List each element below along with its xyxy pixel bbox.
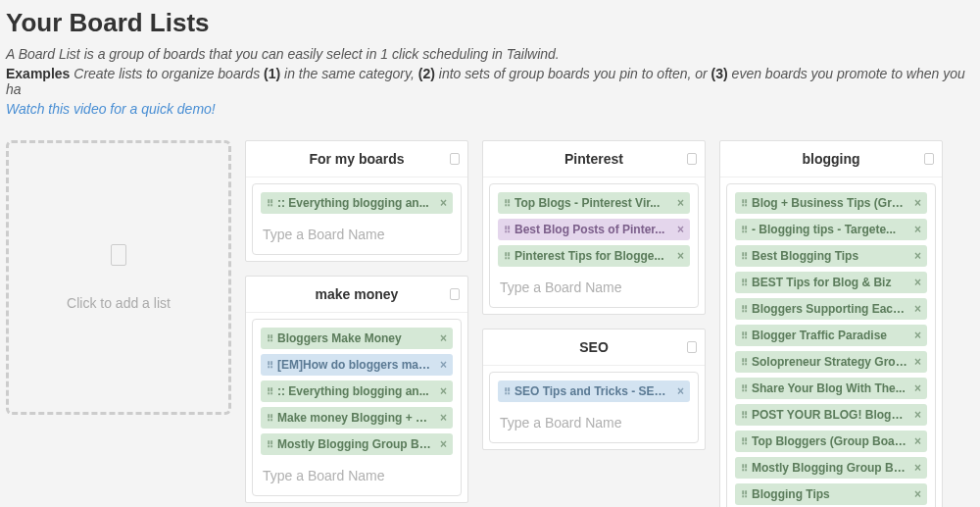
drag-handle-icon[interactable]: ⠿: [267, 439, 273, 450]
board-tag[interactable]: ⠿SEO Tips and Tricks - SEO...×: [498, 380, 690, 402]
drag-handle-icon[interactable]: ⠿: [741, 436, 748, 447]
board-tag[interactable]: ⠿Bloggers Make Money×: [261, 328, 453, 349]
intro-line-2: Examples Create lists to organize boards…: [6, 66, 974, 97]
board-tag[interactable]: ⠿Mostly Blogging Group Boa...×: [735, 457, 927, 479]
remove-tag-icon[interactable]: ×: [914, 355, 921, 369]
add-list-card[interactable]: Click to add a list: [6, 140, 231, 415]
intro-block: A Board List is a group of boards that y…: [6, 46, 974, 97]
remove-tag-icon[interactable]: ×: [440, 358, 447, 372]
list-column: Pinterest ⠿Top Blogs - Pinterest Vir...×…: [482, 140, 706, 450]
remove-tag-icon[interactable]: ×: [914, 461, 921, 475]
list-header: For my boards: [246, 141, 467, 177]
remove-tag-icon[interactable]: ×: [914, 249, 921, 263]
list-card-make-money: make money ⠿Bloggers Make Money× ⠿[EM]Ho…: [245, 276, 468, 503]
remove-tag-icon[interactable]: ×: [677, 249, 684, 263]
remove-tag-icon[interactable]: ×: [914, 223, 921, 236]
list-title: make money: [316, 286, 399, 302]
board-tag-label: Blogging Tips: [752, 487, 908, 501]
board-tag[interactable]: ⠿- Blogging tips - Targete...×: [735, 219, 927, 240]
remove-tag-icon[interactable]: ×: [914, 408, 921, 422]
list-menu-icon[interactable]: [450, 288, 460, 300]
list-menu-icon[interactable]: [924, 153, 934, 165]
board-name-input[interactable]: [498, 407, 690, 434]
board-tag[interactable]: ⠿Share Your Blog With The...×: [735, 378, 927, 399]
list-card-pinterest: Pinterest ⠿Top Blogs - Pinterest Vir...×…: [482, 140, 706, 315]
board-tag[interactable]: ⠿Top Bloggers (Group Board...×: [735, 431, 927, 452]
drag-handle-icon[interactable]: ⠿: [741, 225, 748, 235]
board-tag[interactable]: ⠿Blogger Traffic Paradise×: [735, 325, 927, 346]
list-menu-icon[interactable]: [687, 153, 697, 165]
remove-tag-icon[interactable]: ×: [914, 196, 921, 210]
drag-handle-icon[interactable]: ⠿: [741, 251, 748, 262]
list-card-blogging: blogging ⠿Blog + Business Tips (Gro...× …: [719, 140, 943, 507]
list-column: For my boards ⠿ :: Everything blogging a…: [245, 140, 468, 503]
drag-handle-icon[interactable]: ⠿: [504, 225, 511, 235]
remove-tag-icon[interactable]: ×: [677, 384, 684, 398]
list-card-for-my-boards: For my boards ⠿ :: Everything blogging a…: [245, 140, 468, 262]
drag-handle-icon[interactable]: ⠿: [741, 383, 748, 394]
remove-tag-icon[interactable]: ×: [677, 223, 684, 236]
board-tag[interactable]: ⠿Make money Blogging + Blo...×: [261, 407, 453, 429]
board-tag[interactable]: ⠿[EM]How do bloggers make...×: [261, 354, 453, 376]
board-tag[interactable]: ⠿Blogging Tips×: [735, 483, 927, 505]
drag-handle-icon[interactable]: ⠿: [741, 357, 748, 368]
board-tag[interactable]: ⠿Mostly Blogging Group Boa...×: [261, 433, 453, 455]
board-tag[interactable]: ⠿BEST Tips for Blog & Biz×: [735, 272, 927, 293]
board-tag[interactable]: ⠿Best Blog Posts of Pinter...×: [498, 219, 690, 240]
list-header: blogging: [720, 141, 942, 177]
remove-tag-icon[interactable]: ×: [440, 437, 447, 451]
drag-handle-icon[interactable]: ⠿: [504, 386, 511, 397]
drag-handle-icon[interactable]: ⠿: [504, 198, 511, 209]
board-tag-label: POST YOUR BLOG! Bloggers...: [752, 408, 908, 422]
board-tag[interactable]: ⠿Pinterest Tips for Blogge...×: [498, 245, 690, 267]
drag-handle-icon[interactable]: ⠿: [741, 410, 748, 421]
list-title: SEO: [579, 339, 609, 355]
drag-handle-icon[interactable]: ⠿: [267, 198, 273, 209]
remove-tag-icon[interactable]: ×: [440, 331, 447, 345]
remove-tag-icon[interactable]: ×: [914, 276, 921, 289]
board-tag[interactable]: ⠿Bloggers Supporting Each...×: [735, 298, 927, 320]
placeholder-icon: [111, 244, 126, 266]
remove-tag-icon[interactable]: ×: [677, 196, 684, 210]
board-tag[interactable]: ⠿Best Blogging Tips×: [735, 245, 927, 267]
board-name-input[interactable]: [498, 272, 690, 299]
board-name-input[interactable]: [261, 219, 453, 246]
list-menu-icon[interactable]: [450, 153, 460, 165]
drag-handle-icon[interactable]: ⠿: [267, 386, 273, 397]
remove-tag-icon[interactable]: ×: [914, 329, 921, 342]
drag-handle-icon[interactable]: ⠿: [267, 360, 273, 371]
demo-link[interactable]: Watch this video for a quick demo!: [6, 101, 216, 117]
board-tag-label: Pinterest Tips for Blogge...: [514, 249, 671, 263]
list-title: Pinterest: [564, 151, 623, 167]
board-tag[interactable]: ⠿Top Blogs - Pinterest Vir...×: [498, 192, 690, 214]
drag-handle-icon[interactable]: ⠿: [741, 330, 748, 341]
drag-handle-icon[interactable]: ⠿: [741, 278, 748, 288]
remove-tag-icon[interactable]: ×: [914, 381, 921, 395]
board-tag[interactable]: ⠿Blog + Business Tips (Gro...×: [735, 192, 927, 214]
board-tag[interactable]: ⠿ :: Everything blogging an... ×: [261, 192, 453, 214]
drag-handle-icon[interactable]: ⠿: [267, 333, 273, 344]
list-menu-icon[interactable]: [687, 341, 697, 353]
drag-handle-icon[interactable]: ⠿: [741, 198, 748, 209]
remove-tag-icon[interactable]: ×: [440, 196, 447, 210]
board-tag[interactable]: ⠿Solopreneur Strategy Grou...×: [735, 351, 927, 373]
drag-handle-icon[interactable]: ⠿: [741, 463, 748, 474]
board-tag[interactable]: ⠿:: Everything blogging an...×: [261, 380, 453, 402]
remove-tag-icon[interactable]: ×: [914, 487, 921, 501]
list-title: For my boards: [309, 151, 404, 167]
board-tag-label: - Blogging tips - Targete...: [752, 223, 908, 236]
board-tag[interactable]: ⠿POST YOUR BLOG! Bloggers...×: [735, 404, 927, 426]
drag-handle-icon[interactable]: ⠿: [267, 413, 273, 424]
list-column: blogging ⠿Blog + Business Tips (Gro...× …: [719, 140, 943, 507]
drag-handle-icon[interactable]: ⠿: [741, 489, 748, 500]
remove-tag-icon[interactable]: ×: [440, 411, 447, 425]
board-tag-label: Best Blog Posts of Pinter...: [514, 223, 671, 236]
drag-handle-icon[interactable]: ⠿: [504, 251, 511, 262]
remove-tag-icon[interactable]: ×: [440, 384, 447, 398]
remove-tag-icon[interactable]: ×: [914, 302, 921, 316]
board-name-input[interactable]: [261, 460, 453, 487]
drag-handle-icon[interactable]: ⠿: [741, 304, 748, 315]
list-header: SEO: [483, 330, 705, 366]
remove-tag-icon[interactable]: ×: [914, 434, 921, 448]
board-tag-label: Solopreneur Strategy Grou...: [752, 355, 908, 369]
